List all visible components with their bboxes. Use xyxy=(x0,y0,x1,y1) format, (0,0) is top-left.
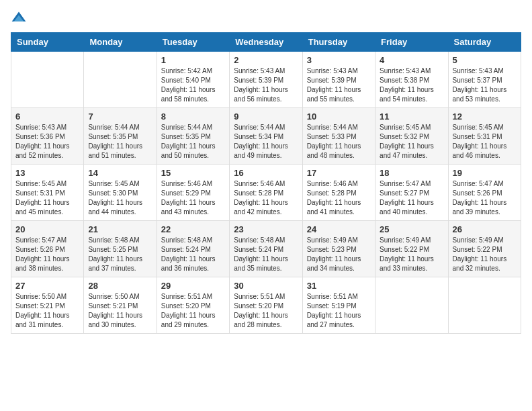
day-number: 4 xyxy=(380,55,443,65)
day-number: 25 xyxy=(380,224,443,234)
calendar-header-row: SundayMondayTuesdayWednesdayThursdayFrid… xyxy=(11,33,521,52)
calendar-week-row: 1Sunrise: 5:42 AMSunset: 5:40 PMDaylight… xyxy=(11,52,521,108)
cell-info: Sunrise: 5:44 AMSunset: 5:34 PMDaylight:… xyxy=(234,123,298,161)
page-header xyxy=(11,11,521,24)
day-number: 12 xyxy=(453,111,517,122)
calendar-header-monday: Monday xyxy=(84,33,157,52)
cell-info: Sunrise: 5:45 AMSunset: 5:31 PMDaylight:… xyxy=(453,123,517,161)
cell-info: Sunrise: 5:51 AMSunset: 5:20 PMDaylight:… xyxy=(161,292,225,330)
day-number: 3 xyxy=(307,55,371,65)
calendar-cell: 9Sunrise: 5:44 AMSunset: 5:34 PMDaylight… xyxy=(230,108,302,165)
calendar-cell: 31Sunrise: 5:51 AMSunset: 5:19 PMDayligh… xyxy=(302,277,375,334)
calendar-week-row: 13Sunrise: 5:45 AMSunset: 5:31 PMDayligh… xyxy=(11,165,521,221)
day-number: 11 xyxy=(380,111,443,122)
calendar-cell xyxy=(375,277,448,334)
day-number: 30 xyxy=(234,281,298,291)
day-number: 18 xyxy=(380,168,443,178)
calendar-cell: 10Sunrise: 5:44 AMSunset: 5:33 PMDayligh… xyxy=(302,108,375,165)
calendar-cell: 16Sunrise: 5:46 AMSunset: 5:28 PMDayligh… xyxy=(230,165,302,221)
calendar-cell: 2Sunrise: 5:43 AMSunset: 5:39 PMDaylight… xyxy=(230,52,302,108)
cell-info: Sunrise: 5:43 AMSunset: 5:38 PMDaylight:… xyxy=(380,66,443,104)
day-number: 9 xyxy=(234,111,298,122)
calendar-cell xyxy=(84,52,157,108)
day-number: 27 xyxy=(15,281,79,291)
cell-info: Sunrise: 5:43 AMSunset: 5:39 PMDaylight:… xyxy=(307,66,371,104)
day-number: 19 xyxy=(453,168,517,178)
day-number: 13 xyxy=(15,168,79,178)
day-number: 29 xyxy=(161,281,225,291)
calendar-header-sunday: Sunday xyxy=(11,33,84,52)
cell-info: Sunrise: 5:48 AMSunset: 5:25 PMDaylight:… xyxy=(88,236,152,273)
calendar-cell: 14Sunrise: 5:45 AMSunset: 5:30 PMDayligh… xyxy=(84,165,157,221)
cell-info: Sunrise: 5:46 AMSunset: 5:28 PMDaylight:… xyxy=(307,179,371,217)
calendar-cell: 26Sunrise: 5:49 AMSunset: 5:22 PMDayligh… xyxy=(448,221,521,277)
day-number: 10 xyxy=(307,111,371,122)
day-number: 31 xyxy=(307,281,371,291)
calendar-header-tuesday: Tuesday xyxy=(157,33,229,52)
day-number: 15 xyxy=(161,168,225,178)
cell-info: Sunrise: 5:42 AMSunset: 5:40 PMDaylight:… xyxy=(161,66,225,104)
day-number: 22 xyxy=(161,224,225,234)
cell-info: Sunrise: 5:45 AMSunset: 5:31 PMDaylight:… xyxy=(15,179,79,217)
calendar-cell: 7Sunrise: 5:44 AMSunset: 5:35 PMDaylight… xyxy=(84,108,157,165)
calendar-header-wednesday: Wednesday xyxy=(230,33,302,52)
calendar-cell: 17Sunrise: 5:46 AMSunset: 5:28 PMDayligh… xyxy=(302,165,375,221)
cell-info: Sunrise: 5:50 AMSunset: 5:21 PMDaylight:… xyxy=(15,292,79,330)
cell-info: Sunrise: 5:45 AMSunset: 5:30 PMDaylight:… xyxy=(88,179,152,217)
cell-info: Sunrise: 5:48 AMSunset: 5:24 PMDaylight:… xyxy=(161,236,225,273)
cell-info: Sunrise: 5:49 AMSunset: 5:23 PMDaylight:… xyxy=(307,236,371,273)
cell-info: Sunrise: 5:43 AMSunset: 5:37 PMDaylight:… xyxy=(453,66,517,104)
cell-info: Sunrise: 5:50 AMSunset: 5:21 PMDaylight:… xyxy=(88,292,152,330)
calendar-cell: 18Sunrise: 5:47 AMSunset: 5:27 PMDayligh… xyxy=(375,165,448,221)
day-number: 21 xyxy=(88,224,152,234)
cell-info: Sunrise: 5:44 AMSunset: 5:35 PMDaylight:… xyxy=(88,123,152,161)
calendar-cell: 8Sunrise: 5:44 AMSunset: 5:35 PMDaylight… xyxy=(157,108,229,165)
calendar-week-row: 27Sunrise: 5:50 AMSunset: 5:21 PMDayligh… xyxy=(11,277,521,334)
calendar-cell: 5Sunrise: 5:43 AMSunset: 5:37 PMDaylight… xyxy=(448,52,521,108)
day-number: 17 xyxy=(307,168,371,178)
calendar-header-saturday: Saturday xyxy=(448,33,521,52)
calendar-cell: 22Sunrise: 5:48 AMSunset: 5:24 PMDayligh… xyxy=(157,221,229,277)
logo xyxy=(11,11,30,24)
calendar-week-row: 6Sunrise: 5:43 AMSunset: 5:36 PMDaylight… xyxy=(11,108,521,165)
calendar-cell: 27Sunrise: 5:50 AMSunset: 5:21 PMDayligh… xyxy=(11,277,84,334)
cell-info: Sunrise: 5:47 AMSunset: 5:26 PMDaylight:… xyxy=(453,179,517,217)
calendar-cell: 11Sunrise: 5:45 AMSunset: 5:32 PMDayligh… xyxy=(375,108,448,165)
calendar-cell: 19Sunrise: 5:47 AMSunset: 5:26 PMDayligh… xyxy=(448,165,521,221)
day-number: 7 xyxy=(88,111,152,122)
day-number: 24 xyxy=(307,224,371,234)
cell-info: Sunrise: 5:43 AMSunset: 5:36 PMDaylight:… xyxy=(15,123,79,161)
calendar-cell: 12Sunrise: 5:45 AMSunset: 5:31 PMDayligh… xyxy=(448,108,521,165)
cell-info: Sunrise: 5:49 AMSunset: 5:22 PMDaylight:… xyxy=(380,236,443,273)
calendar-cell: 15Sunrise: 5:46 AMSunset: 5:29 PMDayligh… xyxy=(157,165,229,221)
day-number: 6 xyxy=(15,111,79,122)
cell-info: Sunrise: 5:47 AMSunset: 5:27 PMDaylight:… xyxy=(380,179,443,217)
calendar-cell: 13Sunrise: 5:45 AMSunset: 5:31 PMDayligh… xyxy=(11,165,84,221)
day-number: 26 xyxy=(453,224,517,234)
cell-info: Sunrise: 5:46 AMSunset: 5:29 PMDaylight:… xyxy=(161,179,225,217)
calendar-cell: 21Sunrise: 5:48 AMSunset: 5:25 PMDayligh… xyxy=(84,221,157,277)
day-number: 2 xyxy=(234,55,298,65)
calendar-cell: 29Sunrise: 5:51 AMSunset: 5:20 PMDayligh… xyxy=(157,277,229,334)
day-number: 16 xyxy=(234,168,298,178)
cell-info: Sunrise: 5:48 AMSunset: 5:24 PMDaylight:… xyxy=(234,236,298,273)
logo-icon xyxy=(11,11,27,24)
calendar-cell: 4Sunrise: 5:43 AMSunset: 5:38 PMDaylight… xyxy=(375,52,448,108)
day-number: 20 xyxy=(15,224,79,234)
calendar-table: SundayMondayTuesdayWednesdayThursdayFrid… xyxy=(11,32,521,334)
calendar-cell: 20Sunrise: 5:47 AMSunset: 5:26 PMDayligh… xyxy=(11,221,84,277)
calendar-cell: 6Sunrise: 5:43 AMSunset: 5:36 PMDaylight… xyxy=(11,108,84,165)
calendar-cell: 25Sunrise: 5:49 AMSunset: 5:22 PMDayligh… xyxy=(375,221,448,277)
cell-info: Sunrise: 5:51 AMSunset: 5:20 PMDaylight:… xyxy=(234,292,298,330)
calendar-cell xyxy=(11,52,84,108)
cell-info: Sunrise: 5:47 AMSunset: 5:26 PMDaylight:… xyxy=(15,236,79,273)
cell-info: Sunrise: 5:49 AMSunset: 5:22 PMDaylight:… xyxy=(453,236,517,273)
calendar-week-row: 20Sunrise: 5:47 AMSunset: 5:26 PMDayligh… xyxy=(11,221,521,277)
cell-info: Sunrise: 5:51 AMSunset: 5:19 PMDaylight:… xyxy=(307,292,371,330)
cell-info: Sunrise: 5:43 AMSunset: 5:39 PMDaylight:… xyxy=(234,66,298,104)
day-number: 5 xyxy=(453,55,517,65)
day-number: 23 xyxy=(234,224,298,234)
calendar-cell xyxy=(448,277,521,334)
cell-info: Sunrise: 5:44 AMSunset: 5:33 PMDaylight:… xyxy=(307,123,371,161)
cell-info: Sunrise: 5:44 AMSunset: 5:35 PMDaylight:… xyxy=(161,123,225,161)
